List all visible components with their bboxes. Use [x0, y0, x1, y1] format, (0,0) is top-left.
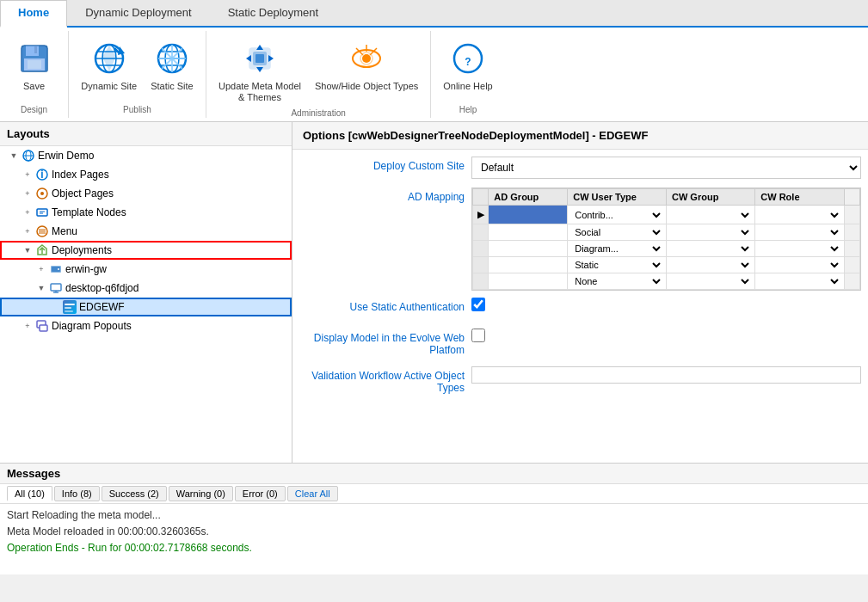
row-cw-group-2[interactable]	[666, 241, 754, 257]
row-cw-group-0[interactable]	[666, 206, 754, 224]
messages-tabs: All (10) Info (8) Success (2) Warning (0…	[0, 484, 868, 504]
row-cw-role-2[interactable]	[755, 241, 844, 257]
validation-label: Validation Workflow Active Object Types	[299, 366, 471, 397]
row-user-type-0[interactable]: Contrib...	[568, 206, 667, 224]
deployments-label: Deployments	[52, 244, 112, 256]
object-pages-icon	[34, 186, 50, 201]
use-static-auth-row: Use Static Authentication	[299, 298, 861, 322]
col-cw-role-header: CW Role	[755, 189, 844, 206]
tree-item-erwin-gw[interactable]: + erwin-gw	[0, 260, 292, 279]
row-cw-group-1[interactable]	[666, 224, 754, 241]
cw-group-select-3[interactable]	[669, 258, 752, 272]
expand-deployments[interactable]: ▼	[21, 246, 34, 255]
show-hide-button[interactable]: Show/Hide Object Types	[310, 34, 423, 95]
erwin-gw-icon	[48, 261, 64, 277]
validation-input[interactable]	[471, 366, 861, 384]
user-type-select-0[interactable]: Contrib...	[570, 208, 663, 222]
row-user-type-3[interactable]: Static	[568, 257, 667, 273]
msg-tab-error[interactable]: Error (0)	[235, 486, 286, 501]
msg-tab-all[interactable]: All (10)	[7, 486, 52, 501]
tab-home[interactable]: Home	[0, 0, 67, 28]
row-ad-group-2[interactable]	[489, 241, 568, 257]
messages-panel: Messages All (10) Info (8) Success (2) W…	[0, 463, 868, 574]
tree-item-edgewf[interactable]: EDGEWF	[0, 298, 292, 316]
row-cw-role-3[interactable]	[755, 257, 844, 273]
row-cw-role-1[interactable]	[755, 224, 844, 241]
use-static-auth-checkbox[interactable]	[471, 298, 485, 311]
display-model-checkbox[interactable]	[471, 329, 485, 342]
user-type-select-3[interactable]: Static	[570, 258, 663, 272]
msg-tab-success[interactable]: Success (2)	[102, 486, 167, 501]
row-ad-group-4[interactable]	[489, 273, 568, 290]
cw-group-select-0[interactable]	[669, 208, 752, 222]
cw-role-select-4[interactable]	[758, 274, 840, 288]
expand-index-pages[interactable]: +	[21, 170, 34, 179]
tab-static-deployment[interactable]: Static Deployment	[210, 0, 337, 26]
object-pages-label: Object Pages	[52, 187, 114, 200]
mapping-table: AD Group CW User Type CW Group CW Role ▶…	[472, 188, 860, 290]
svg-rect-35	[37, 209, 47, 216]
msg-tab-warning[interactable]: Warning (0)	[169, 486, 233, 501]
user-type-select-4[interactable]: None	[570, 274, 663, 288]
expand-object-pages[interactable]: +	[21, 189, 34, 198]
cw-group-select-1[interactable]	[669, 225, 752, 239]
ribbon: Save Design	[0, 28, 868, 122]
row-ad-group-3[interactable]	[489, 257, 568, 273]
svg-rect-46	[51, 284, 61, 291]
row-cw-role-0[interactable]	[755, 206, 844, 224]
user-type-select-2[interactable]: Diagram...	[570, 242, 663, 255]
tree-item-index-pages[interactable]: + i Index Pages	[0, 165, 292, 184]
save-button[interactable]: Save	[9, 34, 60, 95]
svg-point-34	[40, 192, 44, 195]
cw-role-select-0[interactable]	[758, 208, 840, 222]
cw-group-select-4[interactable]	[669, 274, 752, 288]
tree-item-deployments[interactable]: ▼ Deployments	[0, 241, 292, 260]
tree-item-desktop-q6fdjod[interactable]: ▼ desktop-q6fdjod	[0, 279, 292, 298]
update-meta-button[interactable]: Update Meta Model & Themes	[213, 34, 306, 107]
validation-control	[471, 366, 861, 384]
msg-line-2: Meta Model reloaded in 00:00:00.3260365s…	[7, 524, 861, 540]
tree-item-erwin-demo[interactable]: ▼ Erwin Demo	[0, 146, 292, 165]
options-form: Deploy Custom Site Default AD Mapping	[292, 150, 868, 411]
msg-line-3: Operation Ends - Run for 00:00:02.717866…	[7, 540, 861, 556]
clear-all-button[interactable]: Clear All	[287, 486, 338, 501]
tree-item-menu[interactable]: + Menu	[0, 222, 292, 241]
tree-item-diagram-popouts[interactable]: + Diagram Popouts	[0, 316, 292, 335]
row-ad-group-1[interactable]	[489, 224, 568, 241]
cw-group-select-2[interactable]	[669, 242, 752, 255]
msg-tab-info[interactable]: Info (8)	[54, 486, 100, 501]
cw-role-select-3[interactable]	[758, 258, 840, 272]
expand-erwin-gw[interactable]: +	[34, 265, 48, 273]
row-arrow-2	[473, 241, 489, 257]
tree-item-template-nodes[interactable]: + Template Nodes	[0, 203, 292, 222]
edgewf-label: EDGEWF	[79, 301, 125, 313]
row-user-type-2[interactable]: Diagram...	[568, 241, 667, 257]
expand-diagram-popouts[interactable]: +	[21, 322, 34, 330]
tab-dynamic-deployment[interactable]: Dynamic Deployment	[67, 0, 210, 26]
menu-label: Menu	[52, 225, 77, 237]
layouts-title: Layouts	[0, 122, 292, 146]
user-type-select-1[interactable]: Social	[570, 225, 663, 239]
expand-menu[interactable]: +	[21, 227, 34, 236]
mapping-row-1: Social	[473, 224, 860, 241]
dynamic-site-button[interactable]: Dynamic Site	[76, 34, 142, 95]
row-cw-group-3[interactable]	[666, 257, 754, 273]
tree-item-object-pages[interactable]: + Object Pages	[0, 184, 292, 203]
online-help-button[interactable]: ? Online Help	[438, 34, 497, 95]
row-arrow-1	[473, 224, 489, 241]
use-static-auth-control	[471, 298, 861, 314]
cw-role-select-2[interactable]	[758, 242, 840, 255]
expand-desktop[interactable]: ▼	[34, 284, 48, 292]
row-ad-group-0[interactable]	[489, 206, 568, 224]
expand-erwin-demo[interactable]: ▼	[7, 151, 21, 160]
row-cw-role-4[interactable]	[755, 273, 844, 290]
deploy-custom-site-select[interactable]: Default	[471, 157, 861, 179]
expand-template-nodes[interactable]: +	[21, 208, 34, 217]
row-user-type-1[interactable]: Social	[568, 224, 667, 241]
deployments-icon	[34, 243, 50, 258]
row-cw-group-4[interactable]	[666, 273, 754, 290]
row-user-type-4[interactable]: None	[568, 273, 667, 290]
col-cw-group-header: CW Group	[666, 189, 754, 206]
static-site-button[interactable]: Static Site	[145, 34, 199, 95]
cw-role-select-1[interactable]	[758, 225, 840, 239]
